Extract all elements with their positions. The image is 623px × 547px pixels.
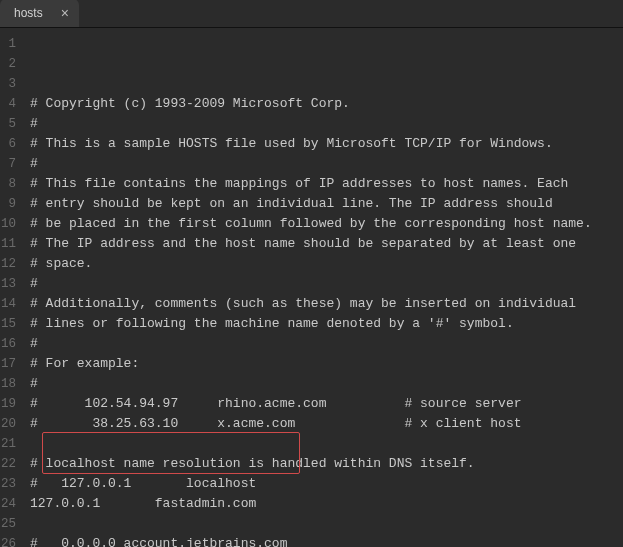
line-number: 25 <box>0 514 16 534</box>
code-line[interactable]: # Additionally, comments (such as these)… <box>30 294 623 314</box>
code-line[interactable] <box>30 434 623 454</box>
editor-area[interactable]: 1234567891011121314151617181920212223242… <box>0 28 623 547</box>
code-line[interactable]: # entry should be kept on an individual … <box>30 194 623 214</box>
line-number: 7 <box>0 154 16 174</box>
line-number: 20 <box>0 414 16 434</box>
line-number: 3 <box>0 74 16 94</box>
code-line[interactable]: # <box>30 374 623 394</box>
code-line[interactable]: # be placed in the first column followed… <box>30 214 623 234</box>
line-number: 13 <box>0 274 16 294</box>
code-line[interactable]: # Copyright (c) 1993-2009 Microsoft Corp… <box>30 94 623 114</box>
code-line[interactable]: # space. <box>30 254 623 274</box>
code-line[interactable]: # <box>30 334 623 354</box>
line-number: 12 <box>0 254 16 274</box>
tab-title: hosts <box>14 6 43 20</box>
code-line[interactable]: # localhost name resolution is handled w… <box>30 454 623 474</box>
code-line[interactable]: # This is a sample HOSTS file used by Mi… <box>30 134 623 154</box>
code-line[interactable]: # <box>30 154 623 174</box>
close-icon[interactable]: × <box>61 6 69 20</box>
code-line[interactable] <box>30 514 623 534</box>
code-line[interactable]: 127.0.0.1 fastadmin.com <box>30 494 623 514</box>
line-number: 26 <box>0 534 16 547</box>
code-line[interactable]: # 38.25.63.10 x.acme.com # x client host <box>30 414 623 434</box>
line-number: 4 <box>0 94 16 114</box>
code-line[interactable]: # The IP address and the host name shoul… <box>30 234 623 254</box>
line-number: 17 <box>0 354 16 374</box>
tab-hosts[interactable]: hosts × <box>0 0 79 27</box>
code-line[interactable]: # 102.54.94.97 rhino.acme.com # source s… <box>30 394 623 414</box>
code-line[interactable]: # This file contains the mappings of IP … <box>30 174 623 194</box>
line-number: 6 <box>0 134 16 154</box>
code-line[interactable]: # <box>30 274 623 294</box>
line-number: 1 <box>0 34 16 54</box>
line-number: 16 <box>0 334 16 354</box>
code-line[interactable]: # lines or following the machine name de… <box>30 314 623 334</box>
line-number: 24 <box>0 494 16 514</box>
code-line[interactable]: # 0.0.0.0 account.jetbrains.com <box>30 534 623 547</box>
line-number: 10 <box>0 214 16 234</box>
code-content[interactable]: # Copyright (c) 1993-2009 Microsoft Corp… <box>22 28 623 547</box>
line-number: 15 <box>0 314 16 334</box>
line-number: 8 <box>0 174 16 194</box>
line-number-gutter: 1234567891011121314151617181920212223242… <box>0 28 22 547</box>
code-line[interactable]: # 127.0.0.1 localhost <box>30 474 623 494</box>
line-number: 23 <box>0 474 16 494</box>
line-number: 18 <box>0 374 16 394</box>
line-number: 22 <box>0 454 16 474</box>
line-number: 11 <box>0 234 16 254</box>
code-line[interactable]: # <box>30 114 623 134</box>
line-number: 14 <box>0 294 16 314</box>
line-number: 5 <box>0 114 16 134</box>
line-number: 9 <box>0 194 16 214</box>
code-line[interactable]: # For example: <box>30 354 623 374</box>
line-number: 19 <box>0 394 16 414</box>
line-number: 2 <box>0 54 16 74</box>
line-number: 21 <box>0 434 16 454</box>
tab-bar: hosts × <box>0 0 623 28</box>
